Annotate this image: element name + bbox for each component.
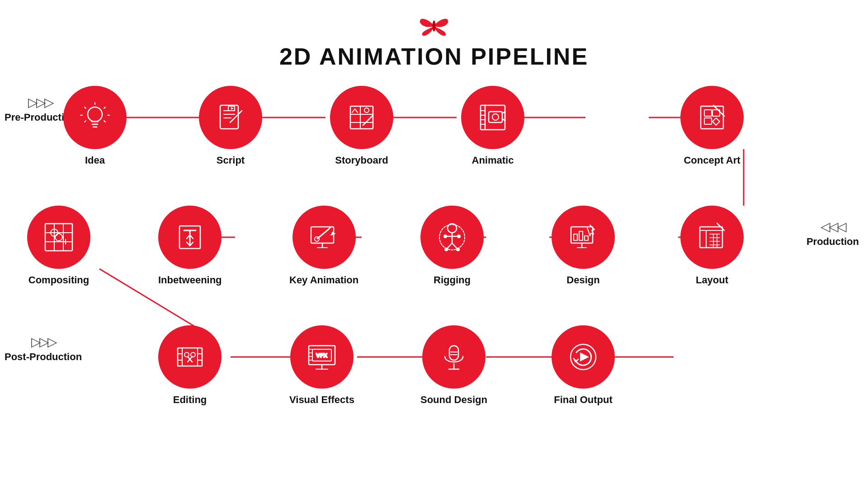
production-label: Production [807, 236, 859, 248]
post-production-label: Post-Production [5, 351, 82, 363]
pipeline-container: ▷▷▷ Pre-Production ◁◁◁ Production ▷▷▷ Po… [0, 77, 868, 483]
node-sound-design: Sound Design [420, 325, 487, 406]
svg-rect-109 [178, 348, 202, 366]
svg-point-117 [191, 352, 195, 357]
production-phase: ◁◁◁ Production [807, 219, 859, 248]
label-editing: Editing [173, 394, 207, 406]
svg-rect-76 [579, 231, 583, 240]
node-compositing: Compositing [27, 206, 90, 286]
node-animatic: Animatic [461, 86, 524, 166]
node-script: Script [199, 86, 262, 166]
svg-rect-47 [489, 112, 502, 122]
label-concept-art: Concept Art [684, 155, 740, 166]
svg-marker-57 [712, 118, 720, 125]
label-idea: Idea [85, 155, 105, 166]
svg-line-58 [715, 107, 722, 114]
node-inbetweening: Inbetweening [158, 206, 222, 286]
svg-line-70 [719, 225, 724, 230]
svg-line-33 [240, 111, 242, 113]
circle-design [552, 206, 615, 269]
svg-line-60 [713, 105, 715, 107]
svg-marker-36 [231, 107, 234, 110]
svg-line-71 [717, 223, 719, 225]
svg-text:VFX: VFX [316, 352, 328, 359]
svg-rect-61 [700, 227, 722, 248]
svg-rect-56 [704, 118, 712, 124]
svg-rect-110 [178, 348, 182, 366]
circle-visual-effects: VFX [290, 325, 354, 389]
butterfly-logo [418, 14, 450, 38]
svg-point-116 [184, 352, 189, 357]
circle-inbetweening [158, 206, 222, 269]
svg-line-24 [85, 107, 86, 108]
svg-rect-100 [45, 224, 72, 251]
svg-marker-135 [580, 352, 589, 361]
svg-rect-129 [449, 346, 458, 360]
svg-line-26 [104, 121, 105, 122]
svg-line-43 [363, 123, 365, 125]
page-title: 2D ANIMATION PIPELINE [0, 43, 868, 70]
label-rigging: Rigging [434, 274, 471, 286]
svg-point-17 [88, 107, 102, 122]
svg-rect-111 [198, 348, 202, 366]
node-storyboard: Storyboard [330, 86, 393, 166]
svg-rect-54 [704, 110, 712, 116]
post-production-phase: ▷▷▷ Post-Production [5, 334, 82, 363]
label-script: Script [217, 155, 245, 166]
svg-line-22 [104, 107, 105, 108]
svg-point-48 [492, 114, 499, 120]
post-production-arrows: ▷▷▷ [31, 334, 56, 349]
circle-final-output [552, 325, 615, 389]
circle-layout [680, 206, 744, 269]
svg-line-59 [722, 114, 724, 116]
svg-rect-75 [574, 234, 577, 240]
svg-point-84 [444, 235, 447, 238]
circle-key-animation [292, 206, 356, 269]
svg-rect-77 [585, 236, 588, 240]
label-layout: Layout [696, 274, 728, 286]
svg-point-0 [433, 20, 436, 32]
node-idea: Idea [63, 86, 127, 166]
node-design: Design [552, 206, 615, 286]
label-compositing: Compositing [28, 274, 89, 286]
label-final-output: Final Output [554, 394, 613, 406]
label-animatic: Animatic [472, 155, 514, 166]
node-editing: Editing [158, 325, 222, 406]
circle-concept-art [680, 86, 744, 149]
node-rigging: Rigging [420, 206, 484, 286]
svg-rect-37 [350, 106, 373, 129]
circle-idea [63, 86, 127, 149]
circle-editing [158, 325, 222, 389]
svg-point-87 [457, 248, 459, 251]
svg-point-78 [448, 224, 457, 233]
circle-sound-design [422, 325, 486, 389]
circle-storyboard [330, 86, 393, 149]
svg-line-34 [230, 121, 232, 122]
node-concept-art: Concept Art [680, 86, 744, 166]
svg-point-106 [55, 234, 62, 241]
node-layout: Layout [680, 206, 744, 286]
node-key-animation: Key Animation [289, 206, 359, 286]
production-arrows: ◁◁◁ [821, 219, 845, 234]
circle-animatic [461, 86, 524, 149]
node-visual-effects: VFX Visual Effects [289, 325, 354, 406]
label-visual-effects: Visual Effects [289, 394, 354, 406]
label-design: Design [566, 274, 599, 286]
circle-rigging [420, 206, 484, 269]
label-key-animation: Key Animation [289, 274, 359, 286]
svg-line-91 [317, 230, 328, 239]
circle-script [199, 86, 262, 149]
node-final-output: Final Output [552, 325, 615, 406]
circle-compositing [27, 206, 90, 269]
svg-point-44 [364, 108, 369, 113]
svg-line-27 [85, 121, 86, 122]
label-sound-design: Sound Design [420, 394, 487, 406]
svg-point-85 [458, 235, 460, 238]
pre-production-arrows: ▷▷▷ [28, 95, 52, 110]
label-inbetweening: Inbetweening [158, 274, 222, 286]
label-storyboard: Storyboard [335, 155, 388, 166]
header: 2D ANIMATION PIPELINE [0, 0, 868, 70]
svg-point-86 [445, 248, 448, 251]
